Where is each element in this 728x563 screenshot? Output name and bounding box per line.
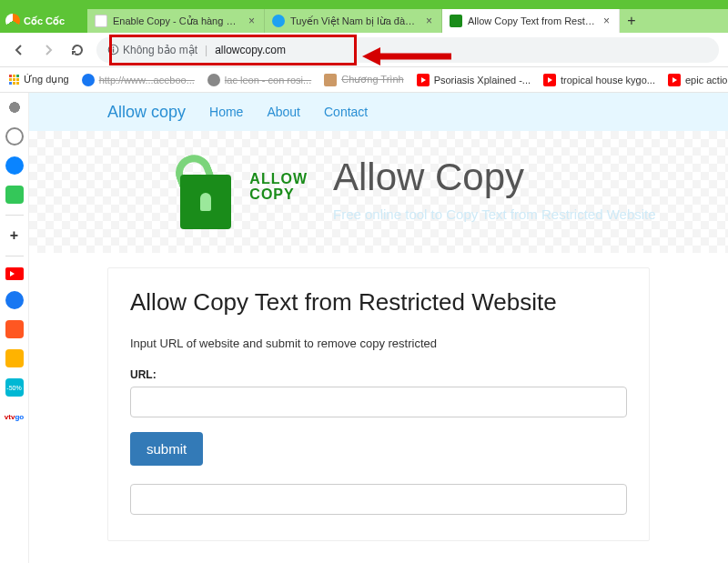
address-bar[interactable]: Không bảo mật | allowcopy.com	[96, 37, 719, 63]
favicon-icon	[272, 15, 285, 27]
info-icon	[107, 44, 119, 55]
bookmark-item[interactable]: epic action music po...	[668, 74, 728, 86]
youtube-icon	[417, 74, 430, 86]
url-text: allowcopy.com	[215, 44, 286, 56]
divider	[5, 215, 24, 216]
bookmark-item[interactable]: lac leon - con rosi...	[207, 74, 311, 86]
main-card: Allow Copy Text from Restricted Website …	[107, 267, 650, 541]
bookmark-item[interactable]: http://www...aceboo...	[82, 74, 195, 86]
nav-about[interactable]: About	[267, 105, 300, 119]
divider	[5, 256, 24, 256]
nav-contact[interactable]: Contact	[324, 105, 368, 119]
tab-1[interactable]: Tuyển Việt Nam bị lừa đàn e ×	[265, 9, 442, 33]
instruction-text: Input URL of website and submit to remov…	[130, 337, 627, 350]
close-icon[interactable]: ×	[602, 15, 612, 27]
browser-brand-label: Cốc Cốc	[24, 15, 65, 27]
coccoc-logo-icon	[5, 14, 20, 28]
bookmarks-bar: Ứng dụng http://www...aceboo... lac leon…	[0, 67, 728, 93]
shop-icon[interactable]	[5, 320, 24, 338]
tabstrip: Cốc Cốc Enable Copy - Cửa hàng Chro × Tu…	[0, 9, 728, 33]
vtv-icon[interactable]: vtvgo	[5, 407, 24, 426]
globe-icon	[324, 74, 337, 86]
bookmark-label: lac leon - con rosi...	[225, 75, 311, 85]
site-nav: Allow copy Home About Contact	[29, 93, 728, 131]
apps-button[interactable]: Ứng dụng	[9, 74, 69, 85]
svg-rect-2	[113, 49, 114, 53]
gear-icon[interactable]	[5, 98, 24, 116]
games-icon[interactable]	[5, 186, 24, 204]
tab-label: Tuyển Việt Nam bị lừa đàn e	[290, 15, 419, 27]
youtube-icon	[668, 74, 681, 86]
nav-home[interactable]: Home	[209, 105, 243, 119]
forward-button[interactable]	[38, 40, 58, 60]
toolbar: Không bảo mật | allowcopy.com	[0, 33, 728, 67]
close-icon[interactable]: ×	[424, 15, 434, 27]
back-button[interactable]	[9, 40, 29, 60]
bookmark-label: epic action music po...	[685, 75, 728, 85]
submit-button[interactable]: submit	[130, 432, 203, 466]
bookmark-label: tropical house kygo...	[561, 75, 655, 85]
tab-2[interactable]: Allow Copy Text from Restrict ×	[442, 9, 620, 33]
bookmark-label: Psoriasis Xplained -...	[434, 75, 531, 85]
site-brand-link[interactable]: Allow copy	[107, 103, 186, 122]
youtube-icon[interactable]	[5, 267, 24, 280]
security-label: Không bảo mật	[123, 44, 197, 56]
globe-icon	[207, 74, 220, 86]
bookmark-label: http://www...aceboo...	[99, 75, 195, 85]
page-content: Allow copy Home About Contact ALLOWCOPY …	[29, 93, 728, 563]
deal-icon[interactable]	[5, 349, 24, 367]
card-title: Allow Copy Text from Restricted Website	[130, 288, 627, 317]
bookmark-item[interactable]: Chương Trình	[324, 74, 403, 86]
facebook-icon[interactable]	[5, 291, 24, 309]
hero-subtitle: Free online tool to Copy Text from Restr…	[333, 206, 656, 222]
hero-title: Allow Copy	[333, 156, 656, 199]
bookmark-item[interactable]: Psoriasis Xplained -...	[417, 74, 531, 86]
messenger-icon[interactable]	[5, 156, 24, 175]
divider: |	[205, 44, 207, 56]
tab-label: Enable Copy - Cửa hàng Chro	[113, 15, 241, 27]
favicon-icon	[95, 15, 107, 27]
new-tab-button[interactable]: +	[620, 9, 643, 33]
history-icon[interactable]	[5, 127, 24, 146]
add-icon[interactable]: +	[5, 226, 24, 245]
apps-icon	[9, 75, 19, 85]
tab-label: Allow Copy Text from Restrict	[468, 15, 596, 26]
url-input[interactable]	[130, 387, 627, 417]
reload-button[interactable]	[67, 40, 87, 60]
sale-icon[interactable]: -50%	[5, 378, 24, 397]
security-status[interactable]: Không bảo mật	[107, 44, 197, 56]
bookmark-item[interactable]: tropical house kygo...	[543, 74, 655, 86]
allowcopy-logo-icon: ALLOWCOPY	[175, 147, 237, 229]
hero: ALLOWCOPY Allow Copy Free online tool to…	[29, 131, 728, 253]
svg-point-1	[113, 46, 115, 48]
facebook-icon	[82, 74, 95, 86]
close-icon[interactable]: ×	[247, 15, 257, 27]
bookmark-label: Chương Trình	[341, 74, 403, 85]
result-box	[130, 484, 627, 515]
browser-brand[interactable]: Cốc Cốc	[0, 9, 87, 33]
bookmark-label: Ứng dụng	[24, 74, 69, 85]
youtube-icon	[543, 74, 556, 86]
window-titlebar	[0, 0, 728, 9]
browser-sidebar: + -50% vtvgo	[0, 93, 29, 563]
favicon-icon	[450, 15, 462, 27]
tab-0[interactable]: Enable Copy - Cửa hàng Chro ×	[87, 9, 265, 33]
url-label: URL:	[130, 368, 627, 381]
